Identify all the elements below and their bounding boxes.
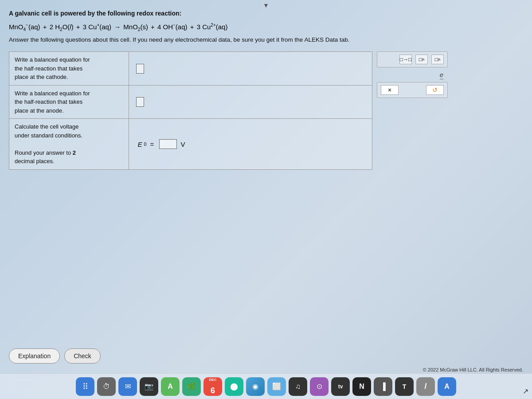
copyright-text: © 2022 McGraw Hill LLC. All Rights Reser… <box>423 367 523 372</box>
product3: 3 Cu2+(aq) <box>197 23 228 31</box>
dock-notion[interactable]: N <box>352 377 371 396</box>
chevron-down-icon[interactable]: ▼ <box>263 2 269 9</box>
anode-row: Write a balanced equation forthe half-re… <box>9 85 372 119</box>
dock-appstore[interactable]: A <box>438 377 456 396</box>
dock-calendar-month: DEC <box>209 378 217 382</box>
cathode-answer-cell <box>129 52 372 86</box>
voltage-row: Calculate the cell voltageunder standard… <box>9 119 372 170</box>
plus1: + <box>41 23 49 31</box>
anode-input-box[interactable] <box>136 97 144 107</box>
reactant2: 2 H2O(l) <box>50 23 74 32</box>
dock-mail[interactable]: ✉ <box>118 377 137 396</box>
anode-answer-cell <box>129 85 372 119</box>
clear-button[interactable]: × <box>381 85 399 95</box>
reactant1: MnO4−(aq) <box>9 23 40 32</box>
dock-home[interactable]: ⬤ <box>225 377 243 396</box>
reactant3: 3 Cu+(aq) <box>83 23 111 31</box>
dock-slash[interactable]: / <box>416 377 435 396</box>
dock-calendar-day: 6 <box>211 386 215 395</box>
questions-area: Write a balanced equation forthe half-re… <box>9 51 519 170</box>
dock-contacts[interactable]: A <box>161 377 180 396</box>
dock-signal[interactable]: ▐ <box>374 377 392 396</box>
product1: MnO2(s) <box>123 23 148 32</box>
dock-calendar[interactable]: DEC 6 <box>203 377 222 396</box>
instructions: Answer the following questions about thi… <box>9 35 519 44</box>
dock-terminal[interactable]: T <box>395 377 414 396</box>
cathode-input-box[interactable] <box>136 64 144 74</box>
dock-timer[interactable]: ⏱ <box>97 377 116 396</box>
product2: 4 OH−(aq) <box>157 23 188 31</box>
voltage-label-cell: Calculate the cell voltageunder standard… <box>9 119 129 170</box>
cathode-row: Write a balanced equation forthe half-re… <box>9 52 372 86</box>
problem-intro: A galvanic cell is powered by the follow… <box>9 9 519 18</box>
arrow-tool-button[interactable]: □→□ <box>399 55 412 64</box>
subscript-tool-button[interactable]: □n <box>415 55 428 64</box>
dock: ⠿ ⏱ ✉ 📷 A 🌿 DEC 6 ⬤ ◉ ⬜ ♫ ⊙ tv N ▐ T / A… <box>0 373 532 399</box>
e-label: E <box>138 141 142 148</box>
tools-top-row: □→□ □n □n <box>377 51 448 67</box>
plus4: + <box>188 23 196 31</box>
dock-app1[interactable]: 🌿 <box>182 377 201 396</box>
cursor-icon: ↗ <box>523 387 528 395</box>
tools-panel: □→□ □n □n e × ↺ <box>377 51 457 98</box>
tools-bottom-row: × ↺ <box>377 82 448 98</box>
anode-label: Write a balanced equation forthe half-re… <box>9 85 129 119</box>
reaction-equation: MnO4−(aq) + 2 H2O(l) + 3 Cu+(aq) → MnO2(… <box>9 23 519 32</box>
dock-tv[interactable]: tv <box>331 377 350 396</box>
dock-launchpad[interactable]: ⠿ <box>76 377 94 396</box>
arrow: → <box>112 23 122 31</box>
undo-button[interactable]: ↺ <box>426 85 444 95</box>
dock-calendar-container: DEC 6 <box>203 377 222 396</box>
equals-sign: = <box>148 141 156 148</box>
questions-table: Write a balanced equation forthe half-re… <box>9 51 372 170</box>
e-superscript: 0 <box>144 142 147 147</box>
e-symbol: e <box>440 71 443 79</box>
superscript-tool-button[interactable]: □n <box>431 55 444 64</box>
dock-podcast[interactable]: ⊙ <box>310 377 329 396</box>
dock-finder[interactable]: ⬜ <box>267 377 286 396</box>
volt-unit: V <box>180 141 185 148</box>
dock-music[interactable]: ♫ <box>289 377 307 396</box>
voltage-input-box[interactable] <box>159 139 177 149</box>
dock-camera[interactable]: 📷 <box>140 377 158 396</box>
plus3: + <box>149 23 156 31</box>
voltage-answer-cell: E 0 = V <box>129 119 372 170</box>
cathode-label: Write a balanced equation forthe half-re… <box>9 52 129 86</box>
dock-safari[interactable]: ◉ <box>246 377 265 396</box>
plus2: + <box>74 23 82 31</box>
